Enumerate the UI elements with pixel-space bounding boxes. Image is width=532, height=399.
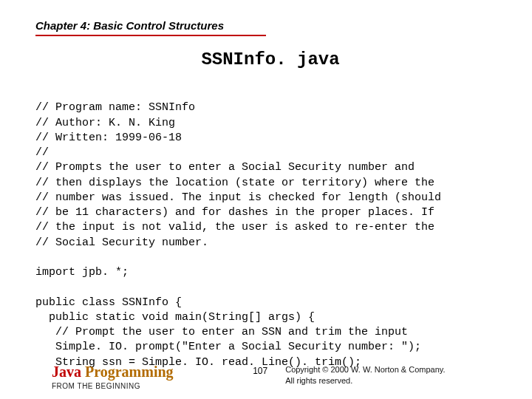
code-line: // [35,146,49,159]
brand-subtitle: FROM THE BEGINNING [52,382,235,390]
copyright-line: Copyright © 2000 W. W. Norton & Company. [285,364,505,375]
code-line: // the input is not valid, the user is a… [35,221,434,233]
code-line: // Social Security number. [35,236,208,249]
heading-rule [35,35,266,36]
code-line: // be 11 characters) and for dashes in t… [35,206,434,219]
brand-title: Java Programming [52,364,235,379]
code-line: import jpb. *; [35,266,129,279]
slide-page: Chapter 4: Basic Control Structures SSNI… [0,0,532,399]
code-line: public static void main(String[] args) { [35,311,315,324]
code-line: // Author: K. N. King [35,117,175,129]
copyright-line: All rights reserved. [285,375,505,386]
code-line: // Prompts the user to enter a Social Se… [35,161,415,174]
code-line: // then displays the location (state or … [35,177,434,189]
code-line: // number was issued. The input is check… [35,191,441,204]
brand-block: Java Programming FROM THE BEGINNING [52,364,235,390]
copyright: Copyright © 2000 W. W. Norton & Company.… [285,364,505,386]
code-block: // Program name: SSNInfo // Author: K. N… [35,86,505,385]
brand-word-programming: Programming [85,364,174,380]
code-line: // Program name: SSNInfo [35,101,195,114]
code-line: // Written: 1999-06-18 [35,132,182,144]
code-line: Simple. IO. prompt("Enter a Social Secur… [35,341,421,353]
chapter-heading: Chapter 4: Basic Control Structures [35,19,505,32]
footer: Java Programming FROM THE BEGINNING 107 … [0,364,532,390]
page-number: 107 [253,364,267,376]
code-line: public class SSNInfo { [35,296,182,309]
brand-word-java: Java [52,364,85,380]
code-line: // Prompt the user to enter an SSN and t… [35,326,408,338]
slide-title: SSNInfo. java [35,50,505,69]
